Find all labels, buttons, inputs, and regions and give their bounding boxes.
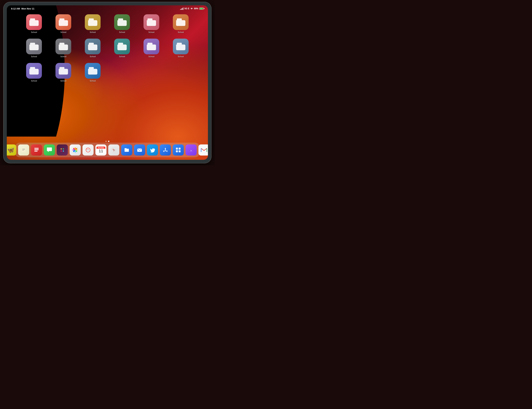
folder-tab — [30, 18, 35, 20]
dock-app-dock-6[interactable] — [57, 145, 68, 155]
dock-app-dock-13[interactable] — [147, 145, 158, 155]
folder-tab — [118, 43, 123, 45]
reminders-icon — [85, 147, 91, 153]
app-item-app-12[interactable]: School — [168, 39, 194, 58]
dock-app-dock-12[interactable] — [134, 145, 145, 155]
folder-icon — [176, 43, 185, 50]
notes-icon — [20, 147, 27, 153]
app-label-app-2: School — [60, 31, 66, 33]
app-item-app-6[interactable]: School — [168, 14, 194, 33]
folder-body — [88, 45, 97, 50]
app-label-app-12: School — [178, 55, 184, 58]
signal-bar-2 — [181, 9, 182, 10]
dock: 🦋 — [15, 143, 200, 157]
gmail-icon — [201, 147, 207, 153]
dock-app-dock-9[interactable]: Monday 11 — [95, 145, 106, 155]
page-dots — [105, 141, 109, 142]
app-icon-app-4 — [114, 14, 130, 30]
app-label-app-7: School — [31, 55, 37, 58]
app-item-app-1[interactable]: School — [21, 14, 47, 33]
butterfly-icon: 🦋 — [7, 146, 14, 153]
slack-icon — [59, 147, 65, 153]
dock-app-dock-3[interactable] — [18, 145, 29, 155]
folder-body — [176, 20, 185, 26]
folder-icon — [59, 43, 68, 50]
folder-icon — [88, 18, 97, 26]
app-icon-app-13 — [26, 63, 42, 79]
folder-tab — [147, 43, 152, 45]
svg-rect-38 — [179, 150, 180, 152]
app-label-app-8: School — [60, 55, 66, 58]
app-item-app-8[interactable]: School — [50, 39, 76, 58]
dock-app-dock-4[interactable] — [31, 145, 42, 155]
folder-body — [147, 45, 156, 50]
app-item-app-13[interactable]: School — [21, 63, 47, 82]
folder-icon — [59, 18, 68, 26]
svg-point-25 — [87, 151, 87, 151]
app-label-app-4: School — [119, 31, 125, 33]
app-label-app-5: School — [148, 31, 154, 33]
files-icon — [124, 147, 130, 153]
app-item-app-9[interactable]: School — [80, 39, 105, 58]
folder-body — [117, 45, 127, 50]
dock-app-dock-14[interactable] — [160, 145, 171, 155]
dock-app-dock-16[interactable] — [186, 145, 197, 155]
page-dot-1[interactable] — [105, 141, 107, 142]
folder-tab — [89, 18, 94, 20]
status-right: 5G E 89% — [180, 7, 204, 10]
app-icon-app-15 — [85, 63, 101, 79]
svg-point-9 — [63, 148, 64, 150]
folder-icon — [117, 18, 127, 26]
folder-icon — [88, 67, 97, 74]
dock-app-dock-17[interactable] — [199, 145, 208, 155]
dock-app-dock-11[interactable] — [121, 145, 132, 155]
app-icon-app-1 — [26, 14, 42, 30]
app-item-app-7[interactable]: School — [21, 39, 47, 58]
app-item-app-3[interactable]: School — [80, 14, 105, 33]
page-dot-2[interactable] — [108, 141, 109, 142]
signal-bar-3 — [182, 8, 182, 10]
app-icon-app-11 — [143, 39, 159, 54]
app-icon-app-3 — [85, 14, 101, 30]
folder-body — [29, 20, 39, 26]
dock-app-dock-8[interactable] — [83, 145, 94, 155]
status-time: 8:12 AM — [11, 7, 20, 10]
folder-icon — [29, 18, 39, 26]
app-icon-app-5 — [143, 14, 159, 30]
dock-app-dock-5[interactable] — [44, 145, 55, 155]
app-icon-app-2 — [56, 14, 71, 30]
app-item-app-10[interactable]: School — [109, 39, 135, 58]
app-label-app-9: School — [90, 55, 96, 58]
app-item-app-15[interactable]: School — [80, 63, 105, 82]
dock-app-dock-7[interactable] — [70, 145, 81, 155]
app-label-app-13: School — [31, 80, 37, 82]
folder-tab — [118, 18, 123, 20]
app-item-app-2[interactable]: School — [50, 14, 76, 33]
taska-icon — [33, 147, 39, 153]
app-item-app-14[interactable]: School — [50, 63, 76, 82]
twitter-icon — [149, 147, 155, 153]
mail-icon — [136, 147, 143, 153]
folder-tab — [59, 43, 64, 45]
messages-icon — [46, 147, 53, 153]
app-item-app-11[interactable]: School — [139, 39, 164, 58]
folder-body — [59, 69, 68, 74]
dock-app-dock-10[interactable] — [108, 145, 119, 155]
folder-icon — [29, 43, 39, 50]
app-item-app-5[interactable]: School — [139, 14, 164, 33]
app-item-app-4[interactable]: School — [109, 14, 135, 33]
folder-icon — [29, 67, 39, 74]
app-icon-app-10 — [114, 39, 130, 54]
app-label-app-11: School — [148, 55, 154, 58]
launcher-icon — [175, 147, 181, 153]
dock-app-dock-15[interactable] — [173, 145, 184, 155]
svg-point-8 — [61, 148, 62, 150]
dock-app-dock-2[interactable]: 🦋 — [7, 145, 16, 155]
folder-body — [147, 20, 156, 26]
photos-icon — [72, 147, 78, 153]
safari-icon — [111, 147, 117, 153]
folder-tab — [177, 18, 182, 20]
calendar-content: Monday 11 — [96, 146, 105, 153]
app-icon-app-6 — [173, 14, 189, 30]
folder-icon — [117, 43, 127, 50]
